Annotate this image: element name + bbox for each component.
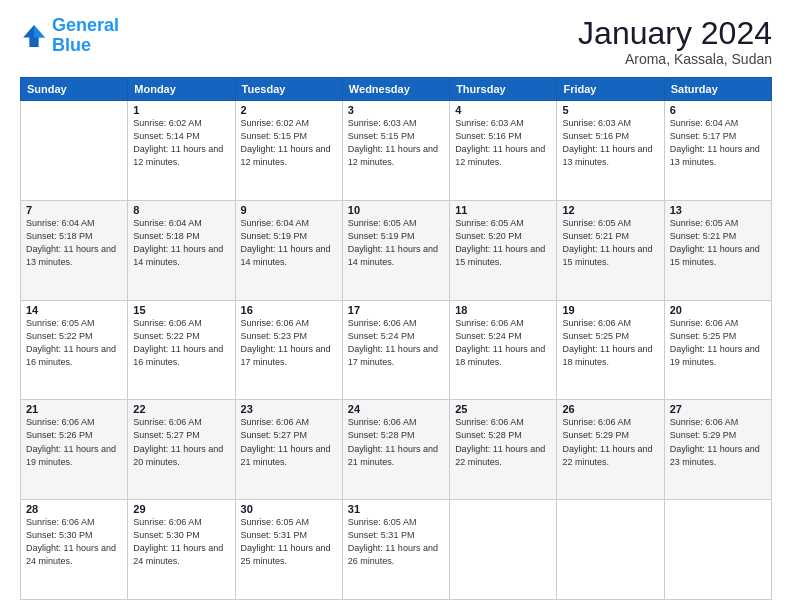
logo: General Blue — [20, 16, 119, 56]
calendar-week-row: 14Sunrise: 6:05 AMSunset: 5:22 PMDayligh… — [21, 300, 772, 400]
calendar-header-row: SundayMondayTuesdayWednesdayThursdayFrid… — [21, 78, 772, 101]
day-number: 15 — [133, 304, 229, 316]
calendar-cell: 15Sunrise: 6:06 AMSunset: 5:22 PMDayligh… — [128, 300, 235, 400]
day-info: Sunrise: 6:06 AMSunset: 5:30 PMDaylight:… — [26, 516, 122, 568]
calendar-cell: 30Sunrise: 6:05 AMSunset: 5:31 PMDayligh… — [235, 500, 342, 600]
calendar-cell: 7Sunrise: 6:04 AMSunset: 5:18 PMDaylight… — [21, 200, 128, 300]
day-info: Sunrise: 6:06 AMSunset: 5:28 PMDaylight:… — [348, 416, 444, 468]
day-number: 13 — [670, 204, 766, 216]
day-number: 6 — [670, 104, 766, 116]
calendar-week-row: 28Sunrise: 6:06 AMSunset: 5:30 PMDayligh… — [21, 500, 772, 600]
calendar-cell: 10Sunrise: 6:05 AMSunset: 5:19 PMDayligh… — [342, 200, 449, 300]
day-header-wednesday: Wednesday — [342, 78, 449, 101]
day-info: Sunrise: 6:06 AMSunset: 5:24 PMDaylight:… — [455, 317, 551, 369]
day-info: Sunrise: 6:06 AMSunset: 5:27 PMDaylight:… — [241, 416, 337, 468]
day-info: Sunrise: 6:05 AMSunset: 5:21 PMDaylight:… — [562, 217, 658, 269]
calendar-cell: 6Sunrise: 6:04 AMSunset: 5:17 PMDaylight… — [664, 101, 771, 201]
calendar-cell: 27Sunrise: 6:06 AMSunset: 5:29 PMDayligh… — [664, 400, 771, 500]
day-info: Sunrise: 6:06 AMSunset: 5:28 PMDaylight:… — [455, 416, 551, 468]
day-number: 23 — [241, 403, 337, 415]
day-number: 24 — [348, 403, 444, 415]
calendar-title: January 2024 — [578, 16, 772, 51]
day-number: 30 — [241, 503, 337, 515]
day-info: Sunrise: 6:03 AMSunset: 5:16 PMDaylight:… — [562, 117, 658, 169]
page: General Blue January 2024 Aroma, Kassala… — [0, 0, 792, 612]
day-number: 31 — [348, 503, 444, 515]
day-number: 10 — [348, 204, 444, 216]
calendar-cell: 19Sunrise: 6:06 AMSunset: 5:25 PMDayligh… — [557, 300, 664, 400]
day-number: 7 — [26, 204, 122, 216]
calendar-cell: 16Sunrise: 6:06 AMSunset: 5:23 PMDayligh… — [235, 300, 342, 400]
day-number: 5 — [562, 104, 658, 116]
calendar-cell: 26Sunrise: 6:06 AMSunset: 5:29 PMDayligh… — [557, 400, 664, 500]
logo-blue: Blue — [52, 35, 91, 55]
logo-general: General — [52, 15, 119, 35]
day-number: 4 — [455, 104, 551, 116]
day-info: Sunrise: 6:06 AMSunset: 5:27 PMDaylight:… — [133, 416, 229, 468]
day-number: 18 — [455, 304, 551, 316]
day-number: 17 — [348, 304, 444, 316]
day-number: 9 — [241, 204, 337, 216]
calendar-cell: 1Sunrise: 6:02 AMSunset: 5:14 PMDaylight… — [128, 101, 235, 201]
logo-text: General Blue — [52, 16, 119, 56]
calendar-cell: 8Sunrise: 6:04 AMSunset: 5:18 PMDaylight… — [128, 200, 235, 300]
day-info: Sunrise: 6:05 AMSunset: 5:31 PMDaylight:… — [348, 516, 444, 568]
day-info: Sunrise: 6:05 AMSunset: 5:19 PMDaylight:… — [348, 217, 444, 269]
calendar-table: SundayMondayTuesdayWednesdayThursdayFrid… — [20, 77, 772, 600]
day-info: Sunrise: 6:06 AMSunset: 5:23 PMDaylight:… — [241, 317, 337, 369]
day-header-sunday: Sunday — [21, 78, 128, 101]
logo-icon — [20, 22, 48, 50]
day-info: Sunrise: 6:06 AMSunset: 5:25 PMDaylight:… — [562, 317, 658, 369]
day-number: 14 — [26, 304, 122, 316]
day-number: 26 — [562, 403, 658, 415]
calendar-cell: 11Sunrise: 6:05 AMSunset: 5:20 PMDayligh… — [450, 200, 557, 300]
calendar-cell: 29Sunrise: 6:06 AMSunset: 5:30 PMDayligh… — [128, 500, 235, 600]
calendar-cell: 17Sunrise: 6:06 AMSunset: 5:24 PMDayligh… — [342, 300, 449, 400]
calendar-cell — [557, 500, 664, 600]
day-info: Sunrise: 6:06 AMSunset: 5:29 PMDaylight:… — [670, 416, 766, 468]
day-info: Sunrise: 6:05 AMSunset: 5:20 PMDaylight:… — [455, 217, 551, 269]
calendar-cell: 31Sunrise: 6:05 AMSunset: 5:31 PMDayligh… — [342, 500, 449, 600]
day-number: 28 — [26, 503, 122, 515]
day-header-thursday: Thursday — [450, 78, 557, 101]
calendar-subtitle: Aroma, Kassala, Sudan — [578, 51, 772, 67]
day-number: 2 — [241, 104, 337, 116]
calendar-cell — [21, 101, 128, 201]
calendar-cell: 2Sunrise: 6:02 AMSunset: 5:15 PMDaylight… — [235, 101, 342, 201]
day-info: Sunrise: 6:03 AMSunset: 5:16 PMDaylight:… — [455, 117, 551, 169]
calendar-cell: 22Sunrise: 6:06 AMSunset: 5:27 PMDayligh… — [128, 400, 235, 500]
calendar-cell: 25Sunrise: 6:06 AMSunset: 5:28 PMDayligh… — [450, 400, 557, 500]
day-header-monday: Monday — [128, 78, 235, 101]
calendar-week-row: 1Sunrise: 6:02 AMSunset: 5:14 PMDaylight… — [21, 101, 772, 201]
svg-marker-1 — [34, 25, 45, 37]
calendar-cell: 24Sunrise: 6:06 AMSunset: 5:28 PMDayligh… — [342, 400, 449, 500]
day-header-saturday: Saturday — [664, 78, 771, 101]
calendar-cell: 23Sunrise: 6:06 AMSunset: 5:27 PMDayligh… — [235, 400, 342, 500]
day-info: Sunrise: 6:04 AMSunset: 5:18 PMDaylight:… — [26, 217, 122, 269]
calendar-cell: 28Sunrise: 6:06 AMSunset: 5:30 PMDayligh… — [21, 500, 128, 600]
day-header-tuesday: Tuesday — [235, 78, 342, 101]
day-info: Sunrise: 6:06 AMSunset: 5:25 PMDaylight:… — [670, 317, 766, 369]
calendar-cell: 3Sunrise: 6:03 AMSunset: 5:15 PMDaylight… — [342, 101, 449, 201]
day-number: 29 — [133, 503, 229, 515]
calendar-cell: 14Sunrise: 6:05 AMSunset: 5:22 PMDayligh… — [21, 300, 128, 400]
day-number: 12 — [562, 204, 658, 216]
calendar-cell: 18Sunrise: 6:06 AMSunset: 5:24 PMDayligh… — [450, 300, 557, 400]
calendar-cell: 21Sunrise: 6:06 AMSunset: 5:26 PMDayligh… — [21, 400, 128, 500]
day-info: Sunrise: 6:04 AMSunset: 5:17 PMDaylight:… — [670, 117, 766, 169]
day-info: Sunrise: 6:03 AMSunset: 5:15 PMDaylight:… — [348, 117, 444, 169]
day-info: Sunrise: 6:06 AMSunset: 5:30 PMDaylight:… — [133, 516, 229, 568]
day-number: 25 — [455, 403, 551, 415]
day-info: Sunrise: 6:04 AMSunset: 5:18 PMDaylight:… — [133, 217, 229, 269]
calendar-week-row: 21Sunrise: 6:06 AMSunset: 5:26 PMDayligh… — [21, 400, 772, 500]
day-info: Sunrise: 6:06 AMSunset: 5:24 PMDaylight:… — [348, 317, 444, 369]
calendar-cell — [450, 500, 557, 600]
calendar-week-row: 7Sunrise: 6:04 AMSunset: 5:18 PMDaylight… — [21, 200, 772, 300]
calendar-cell — [664, 500, 771, 600]
day-number: 19 — [562, 304, 658, 316]
day-info: Sunrise: 6:04 AMSunset: 5:19 PMDaylight:… — [241, 217, 337, 269]
day-number: 21 — [26, 403, 122, 415]
calendar-cell: 4Sunrise: 6:03 AMSunset: 5:16 PMDaylight… — [450, 101, 557, 201]
day-number: 20 — [670, 304, 766, 316]
calendar-cell: 13Sunrise: 6:05 AMSunset: 5:21 PMDayligh… — [664, 200, 771, 300]
